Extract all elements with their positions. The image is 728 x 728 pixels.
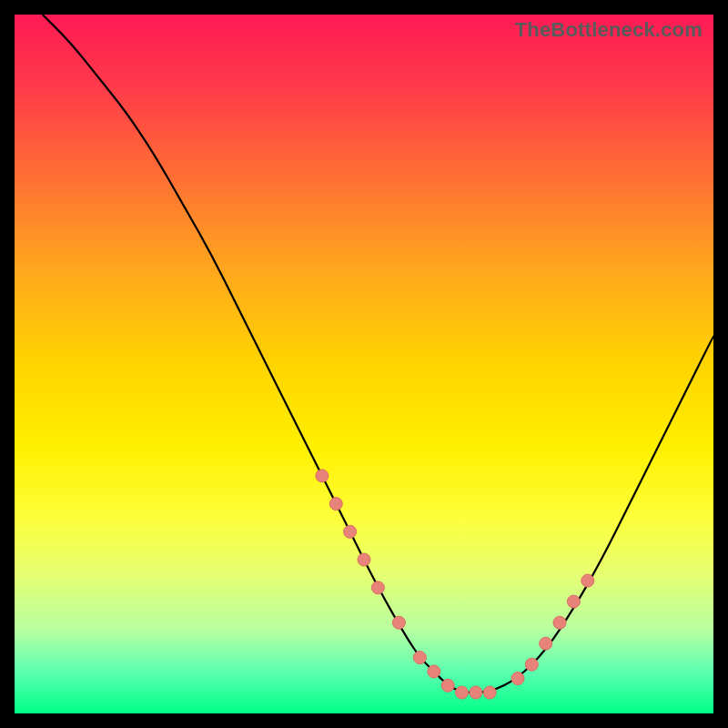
marker-point bbox=[470, 686, 482, 699]
marker-point bbox=[553, 616, 566, 629]
marker-point bbox=[581, 574, 594, 587]
marker-point bbox=[413, 652, 426, 664]
marker-point bbox=[392, 616, 405, 629]
marker-point bbox=[483, 686, 496, 699]
marker-point bbox=[567, 595, 580, 608]
marker-point bbox=[511, 672, 524, 685]
marker-group bbox=[316, 470, 594, 699]
marker-point bbox=[371, 581, 384, 594]
chart-svg bbox=[15, 15, 713, 713]
marker-point bbox=[540, 637, 552, 650]
plot-area: TheBottleneck.com bbox=[15, 15, 713, 713]
marker-point bbox=[441, 679, 454, 692]
marker-point bbox=[344, 525, 357, 538]
chart-frame: TheBottleneck.com bbox=[0, 0, 728, 728]
marker-point bbox=[316, 470, 329, 482]
marker-point bbox=[525, 658, 538, 671]
marker-point bbox=[329, 498, 342, 511]
marker-point bbox=[456, 686, 469, 699]
marker-point bbox=[428, 665, 440, 678]
marker-point bbox=[358, 553, 370, 566]
